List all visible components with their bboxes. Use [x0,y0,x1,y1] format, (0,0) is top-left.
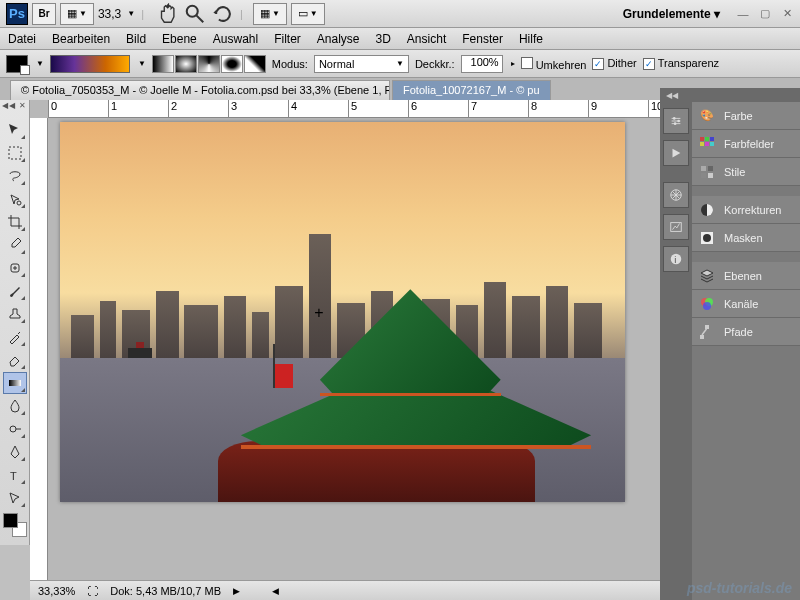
panel-icon-column: i [660,102,692,600]
lasso-tool[interactable] [3,165,27,187]
tool-preset-picker[interactable] [6,55,28,73]
status-bar: 33,33% ⛶ Dok: 5,43 MB/10,7 MB ▶ ◀ [30,580,660,600]
panel-masken[interactable]: Masken [692,224,800,252]
menu-auswahl[interactable]: Auswahl [213,32,258,46]
move-tool[interactable] [3,119,27,141]
collapse-icon[interactable]: ◀◀ [666,91,678,100]
watermark: psd-tutorials.de [687,580,792,596]
svg-point-11 [674,122,677,125]
zoom-level[interactable]: 33,3 [98,7,121,21]
linear-gradient-button[interactable] [152,55,174,73]
svg-rect-20 [705,142,709,146]
brush-tool[interactable] [3,280,27,302]
scroll-left-icon[interactable]: ◀ [272,586,279,596]
menubar: Datei Bearbeiten Bild Ebene Auswahl Filt… [0,28,800,50]
menu-datei[interactable]: Datei [8,32,36,46]
crop-tool[interactable] [3,211,27,233]
svg-rect-22 [701,166,706,171]
menu-fenster[interactable]: Fenster [462,32,503,46]
panel-ebenen[interactable]: Ebenen [692,262,800,290]
transparency-checkbox[interactable]: ✓Transparenz [643,57,719,70]
options-bar: ▼ ▼ Modus: Normal▼ Deckkr.: 100%▸ Umkehr… [0,50,800,78]
eyedropper-tool[interactable] [3,234,27,256]
status-doc-size[interactable]: Dok: 5,43 MB/10,7 MB [110,585,221,597]
svg-line-1 [196,15,203,22]
svg-point-6 [10,426,16,432]
layers-icon [698,267,716,285]
canvas-workspace: 01234567891011121314 [30,100,660,580]
workspace-switcher[interactable]: Grundelemente ▾ [615,4,728,24]
healing-tool[interactable] [3,257,27,279]
opacity-input[interactable]: 100% [461,55,503,73]
palette-icon: 🎨 [698,107,716,125]
panel-korrekturen[interactable]: Korrekturen [692,196,800,224]
hand-tool-shortcut[interactable] [156,3,178,25]
blur-tool[interactable] [3,395,27,417]
menu-analyse[interactable]: Analyse [317,32,360,46]
svg-rect-5 [9,380,21,386]
menu-filter[interactable]: Filter [274,32,301,46]
dither-checkbox[interactable]: ✓Dither [592,57,636,70]
reflected-gradient-button[interactable] [221,55,243,73]
gradient-preview[interactable] [50,55,130,73]
panel-pfade[interactable]: Pfade [692,318,800,346]
document-tab-active[interactable]: © Fotolia_7050353_M - © Joelle M - Fotol… [10,80,390,100]
angle-gradient-button[interactable] [198,55,220,73]
svg-point-31 [703,302,711,310]
blend-mode-select[interactable]: Normal▼ [314,55,409,73]
svg-point-0 [187,5,198,16]
svg-rect-16 [700,137,704,141]
panel-kanaele[interactable]: Kanäle [692,290,800,318]
quick-select-tool[interactable] [3,188,27,210]
eraser-tool[interactable] [3,349,27,371]
ruler-horizontal[interactable]: 01234567891011121314 [48,100,660,118]
arrange-documents-button[interactable]: ▦ ▼ [253,3,287,25]
dodge-tool[interactable] [3,418,27,440]
svg-rect-32 [700,335,704,339]
status-zoom[interactable]: 33,33% [38,585,75,597]
menu-bild[interactable]: Bild [126,32,146,46]
menu-bearbeiten[interactable]: Bearbeiten [52,32,110,46]
swatches-icon [698,135,716,153]
gradient-tool[interactable] [3,372,27,394]
chevron-down-icon[interactable]: ▼ [127,9,135,18]
document-canvas[interactable]: + [60,122,625,502]
panel-farbfelder[interactable]: Farbfelder [692,130,800,158]
view-extras-button[interactable]: ▦ ▼ [60,3,94,25]
bridge-button[interactable]: Br [32,3,56,25]
history-brush-tool[interactable] [3,326,27,348]
menu-hilfe[interactable]: Hilfe [519,32,543,46]
svg-rect-33 [705,325,709,329]
path-select-tool[interactable] [3,487,27,509]
histogram-shortcut-icon[interactable] [663,214,689,240]
svg-rect-19 [700,142,704,146]
menu-ebene[interactable]: Ebene [162,32,197,46]
marquee-tool[interactable] [3,142,27,164]
pen-tool[interactable] [3,441,27,463]
panel-farbe[interactable]: 🎨Farbe [692,102,800,130]
minimize-icon[interactable]: — [736,7,750,21]
type-tool[interactable]: T [3,464,27,486]
zoom-tool-shortcut[interactable] [184,3,206,25]
panel-stile[interactable]: Stile [692,158,800,186]
menu-3d[interactable]: 3D [376,32,391,46]
rotate-view-shortcut[interactable] [212,3,234,25]
diamond-gradient-button[interactable] [244,55,266,73]
adjustments-shortcut-icon[interactable] [663,108,689,134]
fullscreen-icon[interactable]: ⛶ [87,585,98,597]
close-icon[interactable]: ✕ [780,7,794,21]
color-picker[interactable] [3,513,27,537]
info-shortcut-icon[interactable]: i [663,246,689,272]
document-tab[interactable]: Fotolia_10072167_M - © pu [392,80,551,100]
screen-mode-button[interactable]: ▭ ▼ [291,3,325,25]
actions-shortcut-icon[interactable] [663,140,689,166]
svg-rect-23 [708,166,713,171]
menu-ansicht[interactable]: Ansicht [407,32,446,46]
chevron-right-icon[interactable]: ▶ [233,586,240,596]
navigator-shortcut-icon[interactable] [663,182,689,208]
maximize-icon[interactable]: ▢ [758,7,772,21]
stamp-tool[interactable] [3,303,27,325]
ruler-vertical[interactable] [30,118,48,580]
reverse-checkbox[interactable]: Umkehren [521,57,587,71]
radial-gradient-button[interactable] [175,55,197,73]
